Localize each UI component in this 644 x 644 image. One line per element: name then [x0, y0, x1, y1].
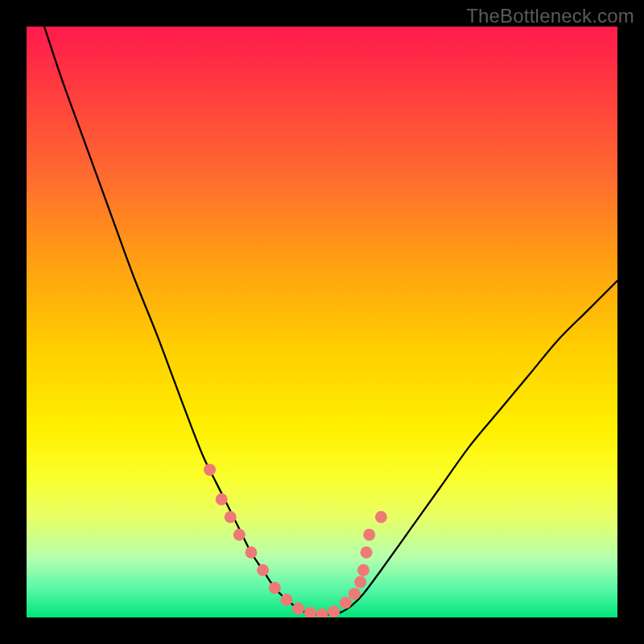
bottleneck-curve	[44, 27, 617, 615]
marker-dot	[280, 593, 292, 605]
chart-frame: TheBottleneck.com	[0, 0, 644, 644]
marker-dot	[204, 464, 216, 476]
marker-dot	[354, 576, 366, 588]
marker-dot	[361, 547, 373, 559]
marker-dot	[340, 597, 352, 609]
highlight-markers	[204, 464, 387, 617]
marker-dot	[225, 511, 237, 523]
marker-dot	[328, 605, 340, 617]
marker-dot	[349, 588, 361, 600]
marker-dot	[316, 609, 328, 617]
watermark-text: TheBottleneck.com	[466, 5, 634, 27]
marker-dot	[216, 493, 228, 506]
marker-dot	[363, 529, 375, 541]
marker-dot	[245, 547, 257, 559]
plot-area	[27, 27, 617, 617]
marker-dot	[233, 529, 246, 541]
marker-dot	[292, 602, 304, 614]
marker-dot	[257, 564, 269, 576]
marker-dot	[375, 511, 387, 523]
marker-dot	[304, 607, 316, 617]
marker-dot	[357, 564, 369, 576]
bottleneck-curve-svg	[27, 27, 617, 617]
marker-dot	[269, 582, 281, 594]
